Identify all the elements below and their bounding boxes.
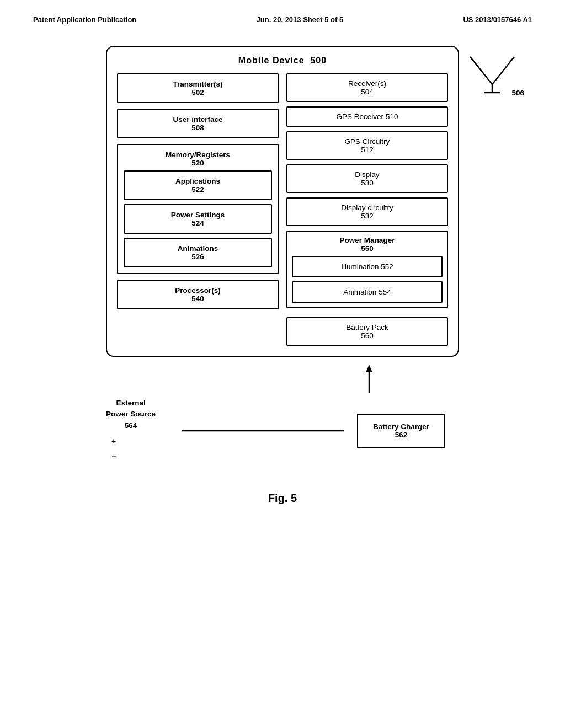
vertical-arrow-top-svg	[106, 357, 459, 362]
left-column: Transmitter(s) 502 User interface 508 Me…	[117, 73, 279, 346]
arrow-connector-area	[106, 357, 459, 362]
animations-block: Animations 526	[124, 238, 272, 267]
memory-registers-block: Memory/Registers 520 Applications 522 Po…	[117, 144, 279, 274]
header-left: Patent Application Publication	[33, 15, 136, 24]
horizontal-arrow	[182, 425, 353, 436]
power-manager-block: Power Manager 550 Illumination 552 Anima…	[286, 231, 448, 308]
horizontal-arrow-svg	[182, 425, 353, 436]
battery-charger-block: Battery Charger 562	[357, 414, 445, 448]
ext-power-label: ExternalPower Source 564	[106, 398, 156, 431]
memory-nested-blocks: Applications 522 Power Settings 524 Anim…	[124, 170, 272, 267]
bottom-section: ExternalPower Source 564 + − Battery Cha…	[106, 398, 459, 464]
bottom-connector	[106, 362, 459, 398]
power-manager-nested: Illumination 552 Animation 554	[292, 256, 443, 303]
ext-power-area: ExternalPower Source 564 + −	[106, 398, 178, 464]
ext-power-symbols: + −	[111, 433, 116, 464]
svg-marker-5	[366, 365, 372, 372]
header-center: Jun. 20, 2013 Sheet 5 of 5	[257, 15, 344, 24]
transmitter-block: Transmitter(s) 502	[117, 73, 279, 103]
power-settings-block: Power Settings 524	[124, 204, 272, 234]
animation-block: Animation 554	[292, 281, 443, 303]
display-circuitry-block: Display circuitry 532	[286, 197, 448, 226]
applications-block: Applications 522	[124, 170, 272, 200]
battery-pack-block: Battery Pack 560	[286, 317, 448, 346]
fig-caption: Fig. 5	[0, 492, 565, 505]
right-column: Receiver(s) 504 GPS Receiver 510 GPS Cir…	[286, 73, 448, 346]
header-right: US 2013/0157646 A1	[463, 15, 532, 24]
mobile-device-title: Mobile Device 500	[117, 56, 448, 66]
display-block: Display 530	[286, 164, 448, 193]
illumination-block: Illumination 552	[292, 256, 443, 277]
mobile-device-box: Mobile Device 500 Transmitter(s) 502 Use…	[106, 46, 459, 357]
gps-circuitry-block: GPS Circuitry 512	[286, 131, 448, 160]
gps-receiver-block: GPS Receiver 510	[286, 106, 448, 127]
diagram-area: 506 Mobile Device 500 Transmitter(s) 502…	[67, 46, 498, 464]
antenna-label: 506	[511, 89, 524, 97]
page-header: Patent Application Publication Jun. 20, …	[0, 0, 565, 29]
user-interface-block: User interface 508	[117, 109, 279, 138]
vertical-arrow-svg	[106, 362, 459, 395]
svg-line-0	[470, 57, 492, 84]
svg-line-1	[492, 57, 514, 84]
receivers-block: Receiver(s) 504	[286, 73, 448, 102]
processors-block: Processor(s) 540	[117, 280, 279, 309]
